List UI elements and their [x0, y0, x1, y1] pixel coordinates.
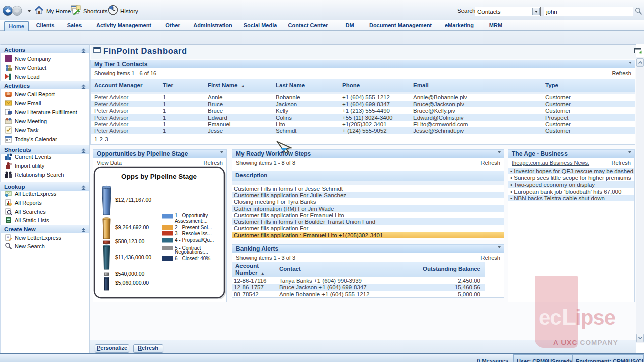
svg-text:$5,060,000.00: $5,060,000.00 — [115, 280, 149, 286]
svg-text:$11,436,000.00: $11,436,000.00 — [115, 254, 151, 260]
svg-text:Negotiations:...: Negotiations:... — [175, 249, 208, 255]
svg-text:Assessment:...: Assessment:... — [175, 218, 208, 224]
svg-text:1 - Opportunity: 1 - Opportunity — [175, 213, 208, 218]
svg-text:2 - Present Sol...: 2 - Present Sol... — [175, 225, 212, 230]
svg-text:4 - Proposal/Qu...: 4 - Proposal/Qu... — [175, 237, 214, 243]
svg-text:3 - Resolve iss...: 3 - Resolve iss... — [175, 231, 212, 236]
svg-text:$540,000.00: $540,000.00 — [115, 270, 145, 277]
svg-text:Opps by Pipeline Stage: Opps by Pipeline Stage — [121, 173, 197, 180]
svg-text:$580,123.00: $580,123.00 — [115, 238, 145, 244]
svg-text:6 - Closed: 40%: 6 - Closed: 40% — [175, 256, 210, 261]
svg-text:$12,711,167.00: $12,711,167.00 — [115, 197, 151, 203]
svg-text:$9,264,692.00: $9,264,692.00 — [115, 224, 149, 230]
